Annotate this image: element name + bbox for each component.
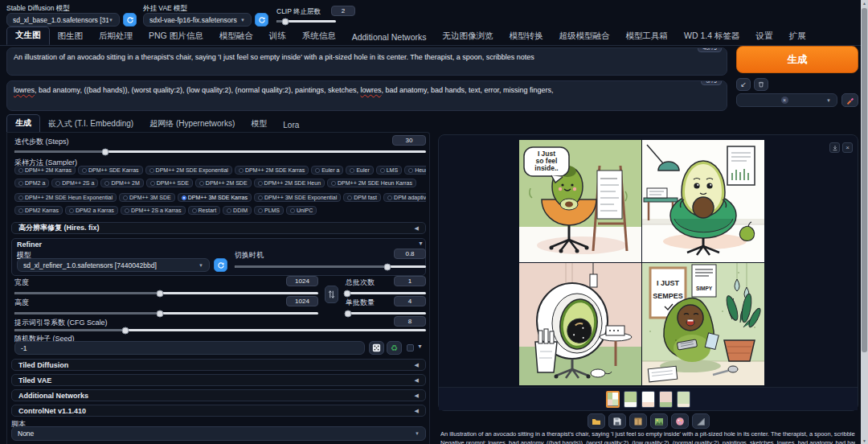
main-tab[interactable]: PNG 图片信息 <box>141 28 211 45</box>
generated-image-2[interactable] <box>642 140 764 262</box>
sampler-option[interactable]: PLMS <box>254 206 284 215</box>
edit-styles-button[interactable] <box>841 93 858 107</box>
sampler-option[interactable]: DPM++ 2M SDE Heun Exponential <box>14 193 117 202</box>
main-tab[interactable]: 超级模型融合 <box>551 28 617 45</box>
main-tab[interactable]: Additional Networks <box>344 30 435 45</box>
refresh-refiner-model-button[interactable] <box>214 258 227 272</box>
cfg-scale-slider[interactable] <box>14 329 426 331</box>
main-tab[interactable]: 设置 <box>747 28 780 45</box>
refiner-switch-slider[interactable] <box>235 265 426 268</box>
clear-prompt-button[interactable] <box>754 78 768 91</box>
sampler-option[interactable]: DDIM <box>223 206 252 215</box>
sampler-option[interactable]: DPM++ 2M SDE Heun Karras <box>327 179 416 187</box>
slider-thumb[interactable] <box>157 290 164 297</box>
sampler-option[interactable]: DPM++ 2M SDE Exponential <box>145 166 232 175</box>
clear-styles-icon[interactable]: × <box>781 97 788 104</box>
refiner-model-dropdown[interactable]: sd_xl_refiner_1.0.safetensors [7440042bb… <box>17 258 210 272</box>
generated-image-3[interactable] <box>519 263 641 385</box>
sampler-option[interactable]: DPM++ 3M SDE Exponential <box>254 193 341 202</box>
prompt-input[interactable]: An illustration of an avocado sitting in… <box>6 47 727 76</box>
download-image-button[interactable] <box>829 142 840 153</box>
sampler-option[interactable]: Euler <box>346 166 373 175</box>
reuse-seed-button[interactable]: ♻ <box>387 341 402 355</box>
sampler-option[interactable]: LMS <box>376 166 402 175</box>
sampler-option[interactable]: UniPC <box>286 206 317 215</box>
random-seed-button[interactable] <box>369 341 384 355</box>
sampler-option[interactable]: DPM++ 2S a Karras <box>121 206 186 215</box>
gallery-thumbnail[interactable] <box>677 391 690 408</box>
scroll-up-arrow[interactable]: ▲ <box>862 0 867 6</box>
send-to-extras-button[interactable] <box>692 413 710 429</box>
main-tab[interactable]: 模型转换 <box>501 28 551 45</box>
sampler-option[interactable]: Restart <box>188 206 221 215</box>
main-tab[interactable]: 无边图像浏览 <box>434 28 501 45</box>
swap-dimensions-button[interactable] <box>325 286 338 303</box>
cfg-scale-value[interactable]: 8 <box>394 316 426 327</box>
styles-dropdown[interactable]: × ▼ <box>736 93 837 107</box>
main-tab[interactable]: 系统信息 <box>294 28 344 45</box>
gallery-thumbnail[interactable] <box>659 391 673 408</box>
slider-thumb[interactable] <box>344 290 351 297</box>
paste-generation-params-button[interactable]: ↙ <box>736 78 751 91</box>
sampler-option[interactable]: DPM++ 2M SDE Karras <box>235 166 309 175</box>
vae-dropdown[interactable]: sdxl-vae-fp16-fix.safetensors ▼ <box>143 13 252 27</box>
seed-input[interactable]: -1 <box>14 341 365 355</box>
sampler-option[interactable]: DPM2 Karras <box>14 206 63 215</box>
main-tab[interactable]: 后期处理 <box>91 28 141 45</box>
gallery-thumbnail[interactable] <box>641 391 655 408</box>
scroll-down-arrow[interactable]: ▼ <box>862 438 867 444</box>
sampler-option[interactable]: DPM++ 3M SDE Karras <box>178 193 252 202</box>
sampler-option[interactable]: DPM adaptive <box>383 193 426 202</box>
sampler-option[interactable]: DPM++ 2M SDE <box>195 179 252 187</box>
extension-accordion[interactable]: ControlNet v1.1.410◀ <box>11 405 426 417</box>
subtab[interactable]: 生成 <box>6 114 40 133</box>
save-zip-button[interactable] <box>629 413 647 429</box>
batch-count-value[interactable]: 1 <box>394 276 426 286</box>
refiner-title[interactable]: Refiner <box>17 240 42 249</box>
batch-count-slider[interactable] <box>346 292 426 294</box>
steps-value[interactable]: 30 <box>392 135 426 146</box>
sampler-option[interactable]: DPM2 a <box>14 179 49 187</box>
batch-size-slider[interactable] <box>346 312 426 314</box>
refresh-sd-model-button[interactable] <box>123 13 137 27</box>
slider-thumb[interactable] <box>101 148 108 155</box>
generated-image-4[interactable]: I JUST SEMPES SIMPY <box>642 263 764 385</box>
slider-thumb[interactable] <box>122 327 129 334</box>
slider-thumb[interactable] <box>157 310 164 317</box>
height-slider[interactable] <box>14 312 318 314</box>
slider-thumb[interactable] <box>345 310 352 317</box>
sampler-option[interactable]: DPM++ SDE Karras <box>78 166 143 175</box>
extension-accordion[interactable]: Tiled VAE◀ <box>11 374 426 386</box>
main-tab[interactable]: 模型工具箱 <box>617 28 676 45</box>
main-tab[interactable]: 文生图 <box>6 27 50 45</box>
steps-slider[interactable] <box>14 150 426 153</box>
negative-prompt-input[interactable]: lowres, bad anatomy, ((bad hands)), (wor… <box>6 80 727 111</box>
slider-thumb[interactable] <box>282 18 289 25</box>
main-tab[interactable]: 图生图 <box>50 28 92 45</box>
main-tab[interactable]: 训练 <box>261 28 294 45</box>
slider-thumb[interactable] <box>384 263 391 270</box>
extension-accordion[interactable]: Tiled Diffusion◀ <box>11 359 426 371</box>
batch-size-value[interactable]: 4 <box>394 296 426 306</box>
sampler-option[interactable]: DPM++ SDE <box>146 179 193 187</box>
sampler-option[interactable]: DPM++ 2M SDE Heun <box>254 179 325 187</box>
sampler-option[interactable]: Euler a <box>311 166 343 175</box>
gallery-thumbnail[interactable] <box>624 391 637 408</box>
close-icon[interactable]: × <box>842 142 853 153</box>
script-dropdown[interactable]: None ▼ <box>11 426 426 441</box>
chevron-down-icon[interactable]: ▼ <box>417 343 423 349</box>
hires-fix-accordion[interactable]: 高分辨率修复 (Hires. fix)◀ <box>11 222 426 234</box>
open-folder-button[interactable] <box>588 413 605 429</box>
subtab[interactable]: 嵌入式 (T.I. Embedding) <box>40 116 141 133</box>
sd-model-dropdown[interactable]: sd_xl_base_1.0.safetensors [31e35c80fc] … <box>6 13 120 27</box>
save-image-button[interactable] <box>608 413 626 429</box>
refiner-switch-value[interactable]: 0.8 <box>394 249 426 259</box>
send-to-inpaint-button[interactable] <box>671 413 689 429</box>
main-tab[interactable]: 扩展 <box>780 28 813 45</box>
extra-seed-checkbox[interactable] <box>407 344 414 352</box>
main-tab[interactable]: WD 1.4 标签器 <box>676 28 747 45</box>
sampler-option[interactable]: DPM fast <box>343 193 381 202</box>
page-scrollbar[interactable]: ▲ ▼ <box>861 0 868 444</box>
send-to-img2img-button[interactable] <box>650 413 668 429</box>
clip-skip-value[interactable]: 2 <box>331 6 355 16</box>
